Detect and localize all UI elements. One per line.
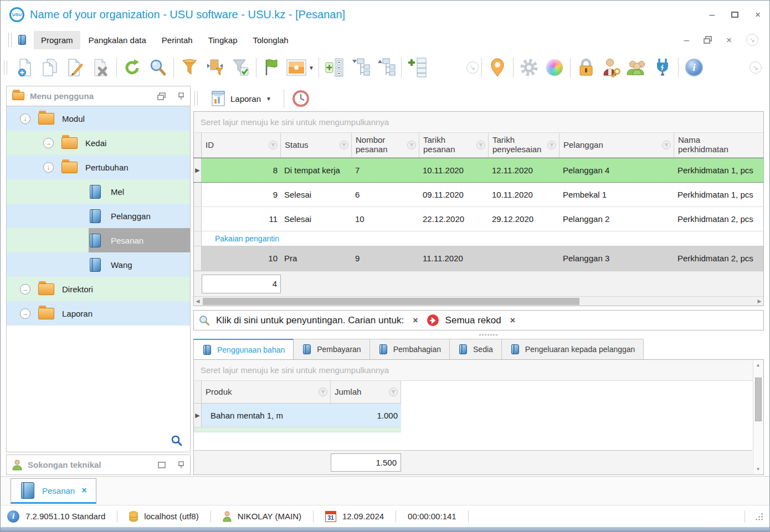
col-header-nombor-pesanan[interactable]: Nombor pesanan [352,133,419,157]
edit-record-icon[interactable] [63,54,88,81]
col-header-id[interactable]: ID [202,133,281,157]
menu-tolonglah[interactable]: Tolonglah [245,31,295,49]
tab-penggunaan-bahan[interactable]: Penggunaan bahan [193,339,294,360]
resize-grip[interactable] [755,513,763,520]
expand-arrow-icon[interactable]: → [43,138,54,148]
scroll-right-icon[interactable]: ▶ [756,297,763,306]
group-row[interactable]: Pakaian pengantin [194,231,763,246]
scope-clear-icon[interactable]: × [508,316,517,326]
tab-sedia[interactable]: Sedia [450,339,502,360]
menu-pangkalan-data[interactable]: Pangkalan data [81,31,153,49]
scroll-down-icon[interactable]: ▼ [756,464,761,474]
vertical-scrollbar[interactable]: ▲ ▼ [753,360,763,474]
timer-clock-icon[interactable] [292,90,310,107]
window-tab-pesanan[interactable]: Pesanan × [11,478,96,504]
table-row[interactable]: ▶ Bahan mentah 1, m 1.000 [194,404,401,427]
filter-funnel-icon[interactable] [319,388,327,396]
expand-arrow-icon[interactable]: → [20,308,30,319]
tree-item-laporan[interactable]: → Laporan [7,301,190,326]
scroll-up-icon[interactable]: ▲ [756,360,761,370]
tree-item-pelanggan[interactable]: Pelanggan [7,204,190,228]
filter-funnel-icon[interactable] [407,141,416,149]
support-maximize-icon[interactable] [158,462,166,468]
users-icon[interactable] [624,54,650,81]
scrollbar-thumb[interactable] [755,378,762,421]
report-toolbar-drag-handle[interactable] [194,91,198,106]
tree-item-wang[interactable]: Wang [7,252,190,277]
filter-funnel-icon[interactable] [389,388,398,396]
toolbar-overflow-right-icon[interactable]: ↘ [750,61,762,74]
panel-splitter[interactable] [193,330,764,339]
tree-item-mel[interactable]: Mel [7,179,190,204]
toolbar-overflow-icon[interactable]: ↘ [466,61,479,74]
col-header-status[interactable]: Status [281,133,352,157]
user-permissions-icon[interactable] [599,54,624,81]
scope-go-icon[interactable] [427,314,439,326]
refresh-icon[interactable] [120,54,145,81]
mdi-minimize-icon[interactable]: – [684,35,689,45]
colors-icon[interactable] [542,54,567,81]
collapse-arrow-icon[interactable]: ↓ [20,113,30,124]
col-header-tarikh-pesanan[interactable]: Tarikh pesanan [419,133,489,157]
support-pin-icon[interactable] [178,461,184,469]
expand-tree-icon[interactable] [347,54,373,81]
col-header-produk[interactable]: Produk [202,381,331,403]
filter-clear-icon[interactable]: × [410,316,420,326]
image-icon[interactable]: ▼ [285,54,316,81]
horizontal-scrollbar[interactable]: ◀ ▶ [194,296,763,306]
add-column-icon[interactable] [404,54,430,81]
tree-item-direktori[interactable]: → Direktori [7,277,190,301]
menu-overflow-icon[interactable]: ↘ [746,34,758,46]
tree-item-modul[interactable]: ↓ Modul [7,106,190,131]
location-pin-icon[interactable] [485,54,510,81]
filter-hint-text[interactable]: Klik di sini untuk penyuntingan. Carian … [216,315,404,326]
tab-pembahagian[interactable]: Pembahagian [370,339,450,360]
tree-item-pesanan[interactable]: Pesanan [7,228,190,252]
sidebar-restore-icon[interactable] [157,92,166,100]
image-dropdown-caret[interactable]: ▼ [309,65,314,71]
plugin-icon[interactable] [650,54,675,81]
table-row[interactable]: 9 Selesai 6 09.11.2020 10.11.2020 Pembek… [194,183,763,207]
sidebar-pin-icon[interactable] [178,92,184,100]
menu-tingkap[interactable]: Tingkap [201,31,245,49]
col-header-tarikh-penyelesaian[interactable]: Tarikh penyelesaian [489,133,559,157]
filter-funnel-icon[interactable] [662,141,671,149]
info-icon[interactable]: i [681,54,707,81]
minimize-icon[interactable]: – [710,10,715,19]
filter-funnel-icon[interactable] [340,141,348,149]
support-panel-header[interactable]: Sokongan teknikal [6,454,191,475]
laporan-button[interactable]: Laporan ▼ [207,89,276,109]
col-header-pelanggan[interactable]: Pelanggan [559,133,674,157]
table-row[interactable]: 11 Selesai 10 22.12.2020 29.12.2020 Pela… [194,207,763,231]
collapse-tree-icon[interactable] [373,54,398,81]
maximize-icon[interactable] [731,12,738,18]
lock-icon[interactable] [573,54,599,81]
search-icon[interactable] [145,54,171,81]
new-row-strip[interactable] [194,427,401,432]
filter-funnel-icon[interactable] [269,141,278,149]
tree-search-icon[interactable] [171,435,182,446]
tab-close-icon[interactable]: × [81,485,86,495]
duplicate-record-icon[interactable] [37,54,63,81]
mdi-restore-icon[interactable] [704,36,712,44]
menu-perintah[interactable]: Perintah [155,31,200,49]
tree-item-pertubuhan[interactable]: ↓ Pertubuhan [7,155,190,179]
scrollbar-thumb[interactable] [203,298,579,305]
col-header-nama-perkhidmatan[interactable]: Nama perkhidmatan [674,133,763,157]
table-row[interactable]: 10 Pra 9 11.11.2020 Pelanggan 3 Perkhidm… [194,246,763,271]
expand-rows-icon[interactable] [322,54,347,81]
flag-icon[interactable] [259,54,285,81]
filter-panel-icon[interactable] [202,54,228,81]
tab-pengeluaran[interactable]: Pengeluaran kepada pelanggan [502,339,644,360]
filter-funnel-icon[interactable] [547,141,556,149]
tab-pembayaran[interactable]: Pembayaran [294,339,369,360]
table-row[interactable]: ▶ 8 Di tempat kerja 7 10.11.2020 12.11.2… [194,158,763,183]
add-record-icon[interactable] [12,54,37,81]
main-toolbar-drag-handle[interactable] [4,60,7,75]
collapse-arrow-icon[interactable]: ↓ [43,162,54,173]
filter-bar[interactable]: Klik di sini untuk penyuntingan. Carian … [193,310,764,330]
mdi-close-icon[interactable]: × [726,35,732,45]
filter-apply-icon[interactable] [228,54,253,81]
group-row-label[interactable]: Pakaian pengantin [202,234,279,243]
expand-arrow-icon[interactable]: → [20,284,30,295]
